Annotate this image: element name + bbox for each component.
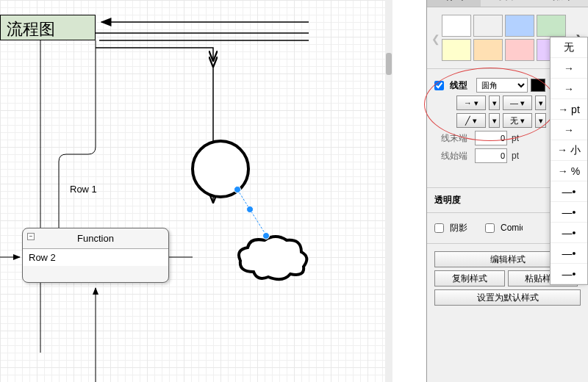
arrow-option[interactable]: → bbox=[551, 58, 587, 79]
end-size-label: 线末端 bbox=[434, 132, 467, 145]
connector-type-select[interactable]: ╱ ▾ bbox=[456, 113, 486, 128]
function-node[interactable]: − Function Row 2 bbox=[22, 228, 169, 283]
selection-handle[interactable] bbox=[234, 186, 241, 193]
arrow-end-select[interactable]: → ▾ bbox=[456, 96, 486, 110]
swatch[interactable] bbox=[473, 15, 503, 37]
start-size-input[interactable] bbox=[475, 148, 507, 163]
arrow-start-select[interactable]: 无 ▾ bbox=[503, 113, 532, 128]
arrow-option[interactable]: —• bbox=[551, 264, 587, 284]
panel-tabs: 样式 文本 排列 bbox=[427, 0, 588, 7]
arrow-start-dropdown[interactable]: ▾ bbox=[535, 113, 546, 128]
collapse-icon[interactable]: − bbox=[27, 233, 35, 240]
scrollbar-thumb[interactable] bbox=[386, 53, 392, 75]
line-checkbox[interactable] bbox=[434, 81, 444, 90]
arrow-end-dropdown[interactable]: ▾ bbox=[489, 96, 500, 110]
canvas-vertical-scrollbar[interactable] bbox=[385, 0, 392, 382]
unit-label: pt bbox=[512, 151, 519, 161]
cloud-node[interactable] bbox=[232, 231, 312, 290]
arrow-option[interactable]: —• bbox=[551, 181, 587, 202]
line-label: 线型 bbox=[450, 79, 467, 92]
grid-background bbox=[0, 0, 390, 382]
copy-style-button[interactable]: 复制样式 bbox=[434, 270, 505, 286]
arrow-style-popup: 无 → → → pt → → 小 → % —• —• —• —• —• bbox=[550, 37, 588, 285]
swatch[interactable] bbox=[442, 39, 471, 61]
diagram-canvas[interactable]: 流程图 Row 1 − Function Row 2 bbox=[0, 0, 390, 382]
circle-node[interactable] bbox=[191, 140, 250, 198]
arrow-option[interactable]: —• bbox=[551, 223, 587, 243]
swatch-prev-icon[interactable]: ❮ bbox=[431, 33, 440, 45]
unit-label: pt bbox=[512, 133, 519, 143]
swatch[interactable] bbox=[473, 39, 503, 61]
line-color[interactable] bbox=[531, 79, 545, 92]
arrow-option-none[interactable]: 无 bbox=[551, 37, 587, 58]
tab-arrange[interactable]: 排列 bbox=[534, 0, 588, 7]
row1-edge-label[interactable]: Row 1 bbox=[70, 184, 97, 195]
function-row[interactable]: Row 2 bbox=[23, 249, 168, 266]
arrow-option[interactable]: → bbox=[551, 120, 587, 140]
comic-checkbox[interactable] bbox=[485, 223, 495, 233]
swatch[interactable] bbox=[442, 15, 471, 37]
tab-text[interactable]: 文本 bbox=[481, 0, 534, 7]
shadow-label: 阴影 bbox=[450, 222, 467, 234]
swatch[interactable] bbox=[505, 39, 534, 61]
start-size-label: 线始端 bbox=[434, 150, 467, 162]
arrow-option[interactable]: → 小 bbox=[551, 140, 587, 161]
opacity-header: 透明度 bbox=[434, 195, 461, 205]
set-default-style-button[interactable]: 设置为默认样式 bbox=[434, 289, 581, 306]
line-style-select[interactable]: 圆角 bbox=[476, 78, 528, 93]
arrow-option[interactable]: → pt bbox=[551, 99, 587, 120]
swatch[interactable] bbox=[537, 15, 566, 37]
title-text: 流程图 bbox=[7, 20, 55, 38]
selection-handle[interactable] bbox=[246, 206, 254, 213]
arrow-option[interactable]: → bbox=[551, 79, 587, 99]
swatch[interactable] bbox=[505, 15, 534, 37]
arrow-option[interactable]: —• bbox=[551, 202, 587, 223]
connector-dropdown[interactable]: ▾ bbox=[489, 113, 500, 128]
arrow-option[interactable]: → % bbox=[551, 161, 587, 181]
line-pattern-select[interactable]: — ▾ bbox=[503, 96, 532, 110]
shadow-checkbox[interactable] bbox=[434, 223, 444, 233]
tab-style[interactable]: 样式 bbox=[427, 0, 481, 7]
function-header[interactable]: Function bbox=[23, 228, 168, 249]
line-pattern-dropdown[interactable]: ▾ bbox=[535, 96, 546, 110]
selection-handle[interactable] bbox=[262, 232, 270, 239]
end-size-input[interactable] bbox=[475, 131, 507, 145]
comic-label: Comic风格 bbox=[501, 222, 523, 234]
arrow-option[interactable]: —• bbox=[551, 243, 587, 264]
flowchart-title-box[interactable]: 流程图 bbox=[0, 15, 96, 40]
